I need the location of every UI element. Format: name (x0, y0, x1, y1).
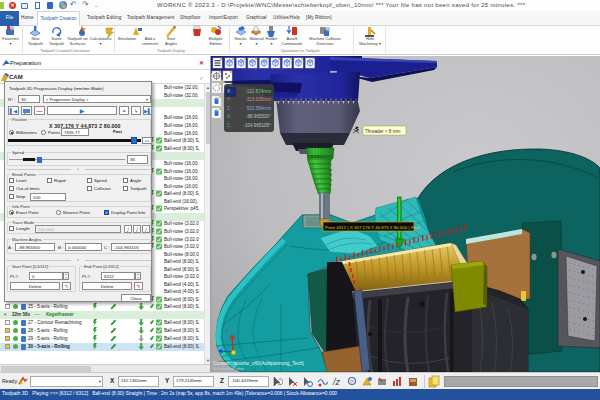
svg-text:C :: C : (227, 123, 233, 128)
svg-text:Threader < 8 mm: Threader < 8 mm (365, 129, 401, 134)
svg-text:X :: X : (227, 89, 233, 94)
svg-text:Y :: Y : (227, 97, 233, 102)
svg-text:Z :: Z : (227, 106, 232, 111)
svg-text:510.594mm: 510.594mm (247, 106, 271, 111)
svg-text:Context : favorite_c40(Aufspan: Context : favorite_c40(Aufspannung_Tech) (213, 361, 304, 366)
svg-text:-104.965105°: -104.965105° (243, 123, 271, 128)
svg-text:/z: /z (332, 377, 341, 387)
svg-text:-313.025mm: -313.025mm (245, 97, 271, 102)
svg-text:X: X (226, 328, 229, 333)
svg-text:-88.965500°: -88.965500° (246, 114, 271, 119)
svg-text:Schieberkopf_oben: Schieberkopf_oben (213, 367, 244, 371)
svg-text:A :: A : (227, 114, 232, 119)
svg-text:-122.874mm: -122.874mm (245, 89, 271, 94)
svg-text:Point 4312 ( X 307.176 Y 44.87: Point 4312 ( X 307.176 Y 44.873 Z 80.000… (325, 225, 420, 230)
